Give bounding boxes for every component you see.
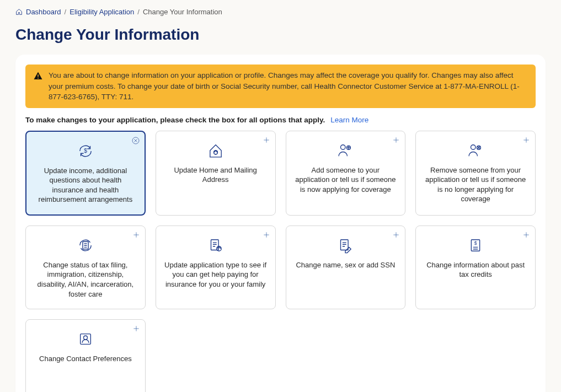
warning-text: You are about to change information on y… <box>49 70 528 103</box>
document-sync-icon <box>206 236 225 255</box>
card-tax-credits[interactable]: $ Change information about past tax cred… <box>415 225 536 309</box>
card-app-type[interactable]: Update application type to see if you ca… <box>156 225 276 309</box>
document-money-icon: $ <box>466 236 485 255</box>
deselect-icon[interactable] <box>131 136 140 145</box>
card-label: Remove someone from your application or … <box>424 165 527 204</box>
document-edit-icon <box>336 236 355 255</box>
card-label: Add someone to your application or tell … <box>294 165 398 195</box>
document-cycle-icon <box>76 236 95 255</box>
svg-point-16 <box>83 336 87 340</box>
warning-icon <box>33 71 43 81</box>
learn-more-link[interactable]: Learn More <box>330 116 368 124</box>
person-add-icon <box>336 141 355 160</box>
svg-rect-1 <box>38 78 39 79</box>
add-icon[interactable] <box>522 230 531 239</box>
card-add-person[interactable]: Add someone to your application or tell … <box>286 131 406 216</box>
card-label: Update Home and Mailing Address <box>164 165 268 185</box>
svg-text:$: $ <box>84 148 87 154</box>
person-remove-icon <box>466 141 485 160</box>
svg-text:$: $ <box>474 240 477 246</box>
card-name-ssn[interactable]: Change name, sex or add SSN <box>286 225 406 309</box>
intro-line: To make changes to your application, ple… <box>25 116 536 124</box>
svg-rect-0 <box>38 74 39 77</box>
card-label: Update application type to see if you ca… <box>164 260 268 289</box>
card-label: Change Contact Preferences <box>39 354 132 364</box>
card-home-address[interactable]: Update Home and Mailing Address <box>156 131 276 216</box>
breadcrumb: Dashboard / Eligibility Application / Ch… <box>15 8 546 16</box>
house-icon <box>206 141 225 160</box>
svg-point-7 <box>471 144 476 149</box>
person-icon <box>76 330 95 348</box>
add-icon[interactable] <box>132 230 141 239</box>
breadcrumb-eligibility[interactable]: Eligibility Application <box>70 8 134 16</box>
card-label: Change status of tax filing, immigration… <box>34 260 137 299</box>
breadcrumb-current: Change Your Information <box>143 8 222 16</box>
intro-text: To make changes to your application, ple… <box>25 116 325 124</box>
add-icon[interactable] <box>262 136 271 144</box>
add-icon[interactable] <box>522 136 531 144</box>
card-label: Update income, additional questions abou… <box>34 166 137 205</box>
home-icon <box>15 8 23 15</box>
svg-point-5 <box>341 144 346 149</box>
breadcrumb-dashboard[interactable]: Dashboard <box>26 8 61 16</box>
warning-alert: You are about to change information on y… <box>25 65 536 108</box>
breadcrumb-sep: / <box>137 8 140 16</box>
add-icon[interactable] <box>392 136 400 144</box>
add-icon[interactable] <box>132 324 141 333</box>
card-label: Change information about past tax credit… <box>424 260 527 280</box>
card-label: Change name, sex or add SSN <box>296 260 395 270</box>
card-remove-person[interactable]: Remove someone from your application or … <box>415 131 536 216</box>
page-title: Change Your Information <box>15 26 546 44</box>
card-contact-prefs[interactable]: Change Contact Preferences <box>25 319 146 392</box>
card-status-change[interactable]: Change status of tax filing, immigration… <box>25 225 146 309</box>
card-update-income[interactable]: $ Update income, additional questions ab… <box>25 131 146 216</box>
svg-rect-12 <box>341 240 349 250</box>
add-icon[interactable] <box>392 230 400 239</box>
cards-grid: $ Update income, additional questions ab… <box>25 131 536 392</box>
content-box: You are about to change information on y… <box>15 55 546 392</box>
money-cycle-icon: $ <box>76 142 95 160</box>
breadcrumb-sep: / <box>65 8 67 16</box>
add-icon[interactable] <box>262 230 271 239</box>
